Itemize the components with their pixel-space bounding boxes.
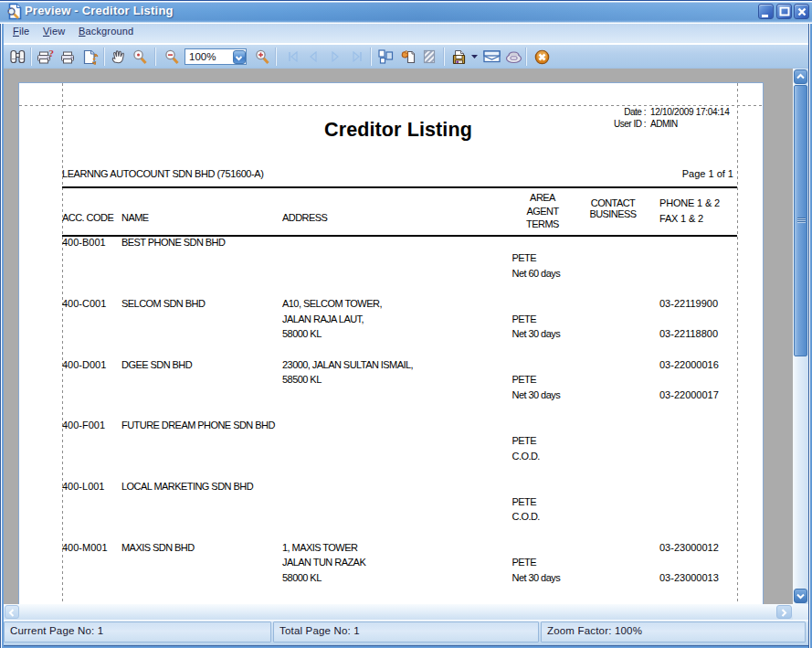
svg-text:?: ? <box>49 49 55 58</box>
